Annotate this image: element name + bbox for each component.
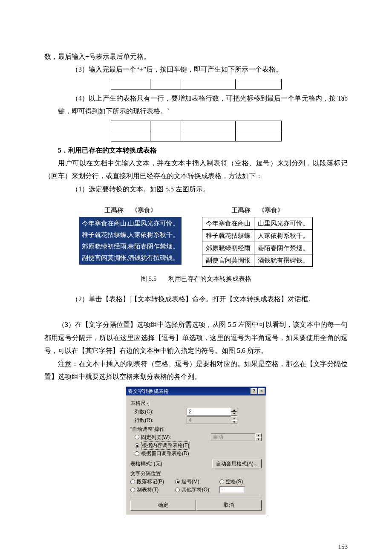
radio-icon [135, 451, 139, 456]
example-table-1row [111, 79, 282, 89]
table-style-value: (无) [154, 460, 162, 467]
paragraph: （3）在【文字分隔位置】选项组中选择所需选项，从图 5.5 左图中可以看到，该文… [44, 318, 348, 357]
figure-5-6-dialog-wrap: 将文字转换成表格 ? × 表格尺寸 列数(C): ▲▼ 行数(R): [44, 387, 348, 515]
paragraph: 用户可以在文档中先输入文本，并在文本中插入制表符（空格、逗号）来划分列，以段落标… [44, 157, 348, 183]
cols-row: 列数(C): ▲▼ [130, 408, 262, 416]
sep-comma-label: 逗号(M) [182, 478, 199, 485]
autofit-window-label: 根据窗口调整表格(D) [141, 450, 189, 457]
sep-paragraph-option[interactable]: 段落标记(P) [130, 478, 173, 485]
radio-icon [130, 479, 135, 484]
paragraph: （1）选定要转换的文本。如图 5.5 左图所示。 [44, 183, 348, 196]
table-cell [150, 79, 181, 89]
table-row [111, 121, 281, 131]
help-button[interactable]: ? [251, 388, 257, 394]
cancel-button[interactable]: 取消 [196, 500, 262, 511]
table-cell: 副使官闲莫惆怅 [202, 254, 254, 267]
example-table-2rows [111, 121, 282, 141]
poem-title: 王禹称《寒食》 [79, 205, 182, 215]
poem-line: 郊原晓绿初经雨,巷陌春阴乍禁烟。 [82, 241, 179, 252]
paragraph: （2）单击【表格】|【文本转换成表格】命令。打开【文本转换成表格】对话框。 [44, 293, 348, 306]
sep-space-option[interactable]: 空格(S) [219, 478, 262, 485]
converted-table: 今年寒食在商山 山里风光亦可怜。 稚子就花拈蛱蝶 人家依树系秋千。 郊原晓绿初经… [202, 217, 313, 267]
table-cell [181, 121, 235, 131]
paragraph [44, 306, 348, 318]
rows-input [187, 416, 231, 424]
paragraph: 注意：在文本中插入的制表符（空格、逗号）是要相对应的。如果是空格，那么在【文字分… [44, 358, 348, 384]
poem-author: 王禹称 [104, 207, 124, 214]
sep-tab-option[interactable]: 制表符(T) [130, 486, 173, 493]
selected-text-block: 今年寒食在商山,山里风光亦可怜。 稚子就花拈蛱蝶,人家依树系秋千。 郊原晓绿初经… [79, 217, 182, 265]
fixed-width-input [211, 433, 255, 441]
radio-icon [219, 479, 224, 484]
cols-spinner[interactable]: ▲▼ [187, 408, 237, 416]
table-row [111, 79, 281, 89]
radio-icon [130, 488, 135, 492]
sep-paragraph-label: 段落标记(P) [137, 478, 164, 485]
figure-caption: 图 5.5利用已存在的文本转换成表格 [44, 273, 348, 285]
autofit-content-option[interactable]: 根据内容调整表格(F) [130, 441, 262, 450]
table-cell [235, 131, 281, 141]
poem-line: 副使官闲莫惆怅,酒钱犹有撰碑钱。 [82, 252, 179, 264]
sep-space-label: 空格(S) [226, 478, 243, 485]
table-row [111, 131, 281, 141]
table-cell: 今年寒食在商山 [202, 217, 254, 230]
sep-other-input-wrap [219, 486, 262, 493]
rows-label: 行数(R): [130, 417, 187, 424]
spin-buttons: ▲▼ [255, 433, 262, 441]
sep-comma-option[interactable]: 逗号(M) [175, 478, 217, 485]
close-button[interactable]: × [258, 388, 265, 394]
autofit-fixed-label: 固定列宽(W): [141, 434, 171, 441]
table-cell: 郊原晓绿初经雨 [202, 242, 254, 254]
sep-other-label: 其他字符(O): [182, 486, 211, 493]
table-cell: 巷陌春阴乍禁烟。 [254, 242, 313, 254]
sep-other-option[interactable]: 其他字符(O): [175, 486, 217, 493]
cols-input[interactable] [187, 408, 231, 416]
sep-other-input[interactable] [219, 486, 245, 493]
poem-line: 今年寒食在商山,山里风光亦可怜。 [82, 218, 179, 229]
radio-icon [135, 443, 139, 448]
dialog-title: 将文字转换成表格 [128, 388, 250, 395]
table-style-row: 表格样式: (无) 自动套用格式(A)... [130, 459, 262, 469]
section-heading: 5．利用已存在的文本转换成表格 [44, 144, 348, 157]
radio-icon [135, 435, 139, 439]
paragraph: （3）输入完最后一个“+”后，按回车键，即可产生如下所示一个表格。 [44, 63, 348, 76]
autoformat-button[interactable]: 自动套用格式(A)... [212, 459, 262, 469]
table-style-prefix: 表格样式: [130, 460, 152, 467]
poem-work: 《寒食》 [131, 207, 157, 214]
table-cell [150, 131, 181, 141]
table-cell [181, 131, 235, 141]
table-cell: 人家依树系秋千。 [254, 230, 313, 242]
spin-buttons: ▲▼ [231, 416, 237, 424]
table-cell [111, 131, 150, 141]
table-row: 稚子就花拈蛱蝶 人家依树系秋千。 [202, 230, 313, 242]
autofit-window-option[interactable]: 根据窗口调整表格(D) [130, 450, 262, 457]
spin-buttons[interactable]: ▲▼ [231, 408, 237, 416]
table-cell: 山里风光亦可怜。 [254, 217, 313, 230]
table-row: 郊原晓绿初经雨 巷陌春阴乍禁烟。 [202, 242, 313, 254]
figure-right-table: 王禹称《寒食》 今年寒食在商山 山里风光亦可怜。 稚子就花拈蛱蝶 人家依树系秋千… [202, 205, 313, 267]
poem-author: 王禹称 [231, 207, 251, 214]
page-number: 153 [44, 541, 348, 553]
figure-5-5: 王禹称《寒食》 今年寒食在商山,山里风光亦可怜。 稚子就花拈蛱蝶,人家依树系秋千… [44, 205, 348, 267]
table-cell [111, 121, 150, 131]
fixed-width-spinner: ▲▼ [211, 433, 262, 441]
radio-icon [175, 479, 180, 484]
figure-left-select: 王禹称《寒食》 今年寒食在商山,山里风光亦可怜。 稚子就花拈蛱蝶,人家依树系秋千… [79, 205, 182, 267]
table-row: 今年寒食在商山 山里风光亦可怜。 [202, 217, 313, 230]
dialog-actions: 确定 取消 [130, 497, 262, 511]
autofit-fixed-option[interactable]: 固定列宽(W): ▲▼ [130, 433, 262, 441]
text-to-table-dialog: 将文字转换成表格 ? × 表格尺寸 列数(C): ▲▼ 行数(R): [126, 387, 266, 515]
autofit-content-label: 根据内容调整表格(F) [141, 441, 190, 450]
table-cell [150, 121, 181, 131]
table-cell [235, 79, 281, 89]
paragraph: （4）以上产生的表格只有一行，要增加表格行数，可把光标移到最后一个单元格内，按 … [44, 92, 348, 118]
table-cell: 酒钱犹有撰碑钱。 [254, 254, 313, 267]
dialog-titlebar: 将文字转换成表格 ? × [126, 387, 266, 395]
figure-text: 利用已存在的文本转换成表格 [168, 275, 251, 282]
group-separator-label: 文字分隔位置 [130, 470, 262, 477]
rows-spinner: ▲▼ [187, 416, 237, 424]
group-table-size-label: 表格尺寸 [130, 400, 262, 407]
ok-button[interactable]: 确定 [130, 500, 196, 511]
sep-tab-label: 制表符(T) [137, 486, 159, 493]
dialog-body: 表格尺寸 列数(C): ▲▼ 行数(R): ▲▼ “自动调整”操作 [126, 395, 266, 514]
